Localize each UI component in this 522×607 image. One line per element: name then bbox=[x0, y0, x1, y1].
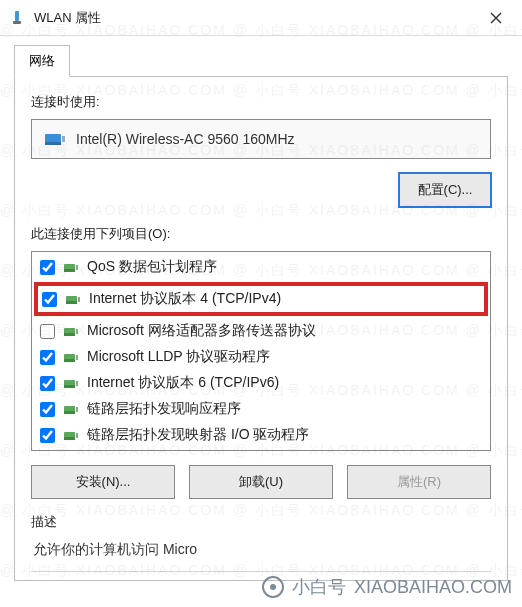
protocol-icon bbox=[63, 376, 79, 390]
install-button[interactable]: 安装(N)... bbox=[31, 465, 175, 499]
item-label: 链路层拓扑发现响应程序 bbox=[87, 400, 241, 418]
item-checkbox[interactable] bbox=[40, 428, 55, 443]
close-button[interactable] bbox=[476, 3, 516, 33]
item-label: QoS 数据包计划程序 bbox=[87, 258, 217, 276]
items-list-label: 此连接使用下列项目(O): bbox=[31, 225, 491, 243]
svg-rect-8 bbox=[64, 269, 75, 272]
svg-rect-21 bbox=[76, 381, 78, 386]
window-title: WLAN 属性 bbox=[34, 9, 476, 27]
list-item[interactable]: Internet 协议版本 4 (TCP/IPv4) bbox=[34, 282, 488, 316]
list-item[interactable]: Microsoft 网络适配器多路传送器协议 bbox=[34, 318, 488, 344]
item-checkbox[interactable] bbox=[40, 260, 55, 275]
svg-rect-17 bbox=[64, 359, 75, 362]
tab-network[interactable]: 网络 bbox=[14, 45, 70, 77]
svg-rect-23 bbox=[64, 411, 75, 414]
list-item[interactable]: Internet 协议版本 6 (TCP/IPv6) bbox=[34, 370, 488, 396]
item-label: 链路层拓扑发现映射器 I/O 驱动程序 bbox=[87, 426, 309, 444]
protocol-list[interactable]: QoS 数据包计划程序Internet 协议版本 4 (TCP/IPv4)Mic… bbox=[31, 251, 491, 451]
item-label: Microsoft LLDP 协议驱动程序 bbox=[87, 348, 270, 366]
svg-rect-6 bbox=[62, 136, 65, 142]
adapter-name: Intel(R) Wireless-AC 9560 160MHz bbox=[76, 131, 295, 147]
description-body: 允许你的计算机访问 Micro bbox=[31, 537, 491, 572]
svg-rect-18 bbox=[76, 355, 78, 360]
svg-rect-15 bbox=[76, 329, 78, 334]
svg-rect-0 bbox=[15, 11, 19, 21]
protocol-icon bbox=[63, 428, 79, 442]
panel-network: 连接时使用: Intel(R) Wireless-AC 9560 160MHz … bbox=[14, 76, 508, 581]
svg-rect-5 bbox=[45, 142, 61, 145]
list-item[interactable]: Microsoft LLDP 协议驱动程序 bbox=[34, 344, 488, 370]
item-label: Internet 协议版本 6 (TCP/IPv6) bbox=[87, 374, 279, 392]
properties-button[interactable]: 属性(R) bbox=[347, 465, 491, 499]
list-item[interactable]: QoS 数据包计划程序 bbox=[34, 254, 488, 280]
protocol-icon bbox=[63, 324, 79, 338]
protocol-icon bbox=[65, 292, 81, 306]
configure-button[interactable]: 配置(C)... bbox=[399, 173, 491, 207]
item-checkbox[interactable] bbox=[40, 350, 55, 365]
adapter-box[interactable]: Intel(R) Wireless-AC 9560 160MHz bbox=[31, 119, 491, 159]
svg-rect-20 bbox=[64, 385, 75, 388]
list-item[interactable]: 链路层拓扑发现响应程序 bbox=[34, 396, 488, 422]
item-label: Internet 协议版本 4 (TCP/IPv4) bbox=[89, 290, 281, 308]
connect-using-label: 连接时使用: bbox=[31, 93, 491, 111]
item-label: Microsoft 网络适配器多路传送器协议 bbox=[87, 322, 316, 340]
protocol-icon bbox=[63, 402, 79, 416]
svg-rect-24 bbox=[76, 407, 78, 412]
item-checkbox[interactable] bbox=[40, 376, 55, 391]
item-checkbox[interactable] bbox=[42, 292, 57, 307]
titlebar: WLAN 属性 bbox=[0, 0, 522, 36]
description-label: 描述 bbox=[31, 513, 491, 531]
svg-rect-11 bbox=[66, 301, 77, 304]
svg-rect-1 bbox=[13, 21, 21, 24]
item-checkbox[interactable] bbox=[40, 402, 55, 417]
svg-rect-12 bbox=[78, 297, 80, 302]
network-card-icon bbox=[44, 130, 66, 148]
svg-rect-26 bbox=[64, 437, 75, 440]
item-checkbox[interactable] bbox=[40, 324, 55, 339]
protocol-icon bbox=[63, 260, 79, 274]
wlan-icon bbox=[8, 9, 26, 27]
uninstall-button[interactable]: 卸载(U) bbox=[189, 465, 333, 499]
svg-rect-27 bbox=[76, 433, 78, 438]
svg-rect-14 bbox=[64, 333, 75, 336]
protocol-icon bbox=[63, 350, 79, 364]
svg-rect-9 bbox=[76, 265, 78, 270]
list-item[interactable]: 链路层拓扑发现映射器 I/O 驱动程序 bbox=[34, 422, 488, 448]
